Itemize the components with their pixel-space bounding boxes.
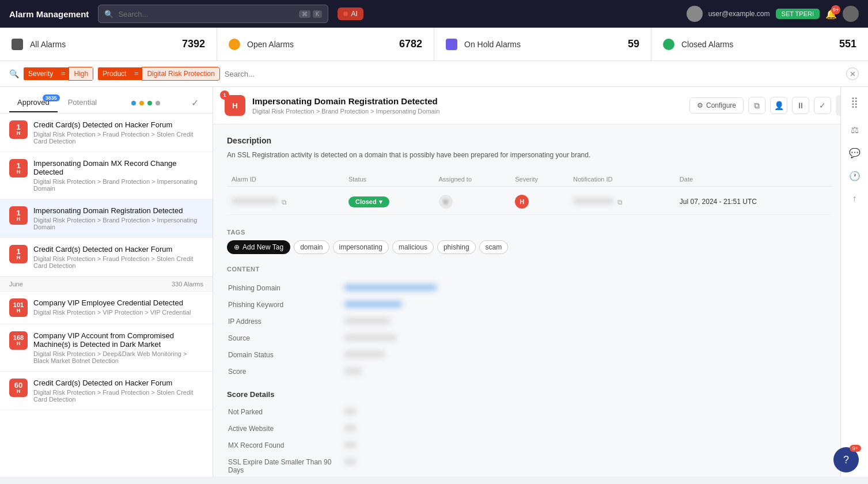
alarm-title-2: Impersonating Domain MX Record Change De… [33, 159, 203, 176]
alarm-item-4[interactable]: 1 H Credit Card(s) Detected on Hacker Fo… [0, 238, 213, 277]
col-assigned: Assigned to [434, 172, 511, 187]
col-notif-id: Notification ID [568, 172, 675, 187]
alarm-id-blurred [232, 198, 278, 205]
tab-check-icon[interactable]: ✓ [187, 93, 203, 113]
tag-malicious[interactable]: malicious [392, 240, 434, 254]
alarm-item-7[interactable]: 60 H Credit Card(s) Detected on Hacker F… [0, 372, 213, 410]
stat-closed-label: Closed Alarms [681, 40, 832, 49]
tab-approved[interactable]: Approved 3835 [9, 93, 58, 112]
alarm-title-3: Impersonating Domain Registration Detect… [33, 206, 203, 215]
alarm-item-3[interactable]: 1 H Impersonating Domain Registration De… [0, 199, 213, 238]
tag-impersonating[interactable]: impersonating [333, 240, 389, 254]
stat-onhold-alarms[interactable]: On Hold Alarms 59 [434, 28, 651, 60]
stat-all-alarms[interactable]: All Alarms 7392 [0, 28, 217, 60]
phishing-keyword-blurred [344, 301, 402, 308]
search-input[interactable] [118, 10, 294, 18]
alarm-badge-7: 60 H [9, 379, 28, 397]
alarm-path-4: Digital Risk Protection > Fraud Protecti… [33, 255, 203, 269]
rs-clock-icon[interactable]: 🕐 [844, 165, 865, 186]
col-severity: Severity [510, 172, 568, 187]
configure-label: Configure [706, 101, 736, 109]
rs-chat-icon[interactable]: 💬 [844, 142, 865, 163]
date-label: June [9, 281, 23, 288]
score-label-mx-record: MX Record Found [228, 438, 343, 453]
dot-gray[interactable] [156, 101, 160, 105]
alarm-item-2[interactable]: 1 H Impersonating Domain MX Record Chang… [0, 152, 213, 199]
configure-button[interactable]: ⚙ Configure [689, 97, 744, 114]
user-name: user@example.com [708, 10, 770, 18]
tag-phishing[interactable]: phishing [437, 240, 476, 254]
date-count: 330 Alarms [172, 281, 203, 288]
alarm-id-copy[interactable]: ⧉ [282, 198, 287, 206]
rs-grid-icon[interactable]: ⣿ [844, 92, 865, 112]
severity-h-badge: H [515, 195, 529, 209]
dot-green[interactable] [147, 101, 152, 105]
ai-button[interactable]: AI [338, 7, 363, 20]
ssl-blurred [344, 458, 356, 465]
notif-id-copy[interactable]: ⧉ [617, 198, 623, 206]
alarm-badge-2: 1 H [9, 159, 28, 177]
check-action-button[interactable]: ✓ [814, 97, 831, 114]
stat-open-alarms[interactable]: Open Alarms 6782 [217, 28, 434, 60]
right-panel: ⣿ ⚖ 💬 🕐 ↑ 1 H Impersonating Domain Regis… [213, 87, 868, 477]
cell-alarm-id: ⧉ [227, 187, 344, 215]
filter-severity-tag[interactable]: Severity = High [24, 67, 93, 81]
rs-share-icon[interactable]: ↑ [844, 188, 865, 209]
notification-button[interactable]: SET TPERI [776, 9, 820, 19]
score-row-ssl: SSL Expire Date Smaller Than 90 Days [228, 455, 830, 477]
filter-severity-val: High [69, 67, 93, 81]
filter-bar: 🔍 Severity = High Product = Digital Risk… [0, 61, 868, 87]
date-separator: June 330 Alarms [0, 277, 213, 292]
stat-closed-alarms[interactable]: Closed Alarms 551 [651, 28, 868, 60]
description-title: Description [227, 136, 831, 145]
rs-scale-icon[interactable]: ⚖ [844, 119, 865, 140]
tab-potential[interactable]: Potential [60, 93, 105, 112]
dot-orange[interactable] [139, 101, 144, 105]
col-alarm-id: Alarm ID [227, 172, 344, 187]
detail-header: 1 H Impersonating Domain Registration De… [213, 87, 868, 124]
notif-id-blurred [573, 198, 613, 205]
closed-alarms-icon [663, 39, 674, 50]
dot-blue[interactable] [131, 101, 136, 105]
date-value: Jul 07, 2024 - 21:51 UTC [680, 198, 757, 206]
global-search[interactable]: 🔍 ⌘ K [98, 5, 328, 23]
stat-all-label: All Alarms [30, 40, 175, 49]
filter-search-input[interactable] [225, 70, 842, 78]
alarm-badge-4: 1 H [9, 245, 28, 263]
copy-action-button[interactable]: ⧉ [748, 97, 765, 114]
content-val-score [344, 364, 830, 380]
alarm-item-1[interactable]: 1 H Credit Card(s) Detected on Hacker Fo… [0, 114, 213, 152]
filter-product-tag[interactable]: Product = Digital Risk Protection [98, 67, 220, 81]
help-button[interactable]: ? 9+ [833, 447, 859, 472]
pause-action-button[interactable]: ⏸ [792, 97, 809, 114]
stat-onhold-count: 59 [628, 38, 639, 50]
user-action-button[interactable]: 👤 [770, 97, 787, 114]
status-label: Closed [355, 198, 377, 205]
open-alarms-icon [229, 39, 240, 50]
alarm-item-6[interactable]: 168 H Company VIP Account from Compromis… [0, 324, 213, 372]
alarm-item-5[interactable]: 101 H Company VIP Employee Credential De… [0, 292, 213, 324]
col-status: Status [344, 172, 434, 187]
score-val-active-website [344, 421, 830, 437]
score-val-ssl [344, 455, 830, 477]
stat-all-count: 7392 [182, 38, 205, 50]
col-date: Date [675, 172, 831, 187]
filter-product-val: Digital Risk Protection [142, 67, 219, 81]
details-table: Alarm ID Status Assigned to Severity Not… [227, 172, 831, 215]
alarm-badge-6: 168 H [9, 331, 28, 350]
add-tag-button[interactable]: ⊕ Add New Tag [227, 240, 290, 254]
alarm-path-2: Digital Risk Protection > Brand Protecti… [33, 178, 203, 192]
all-alarms-icon [12, 39, 23, 50]
tag-scam[interactable]: scam [479, 240, 509, 254]
alarm-path-7: Digital Risk Protection > Fraud Protecti… [33, 389, 203, 403]
alarm-info-7: Credit Card(s) Detected on Hacker Forum … [33, 379, 203, 403]
status-badge[interactable]: Closed ▾ [348, 196, 389, 207]
content-table: Phishing Domain Phishing Keyword [227, 279, 831, 381]
left-panel: Approved 3835 Potential ✓ 1 H [0, 87, 213, 477]
filter-clear-button[interactable]: ✕ [846, 67, 859, 80]
content-val-phishing-keyword [344, 297, 830, 313]
content-row-phishing-domain: Phishing Domain [228, 281, 830, 296]
score-label-not-parked: Not Parked [228, 404, 343, 420]
main-layout: Approved 3835 Potential ✓ 1 H [0, 87, 868, 477]
tag-domain[interactable]: domain [294, 240, 329, 254]
